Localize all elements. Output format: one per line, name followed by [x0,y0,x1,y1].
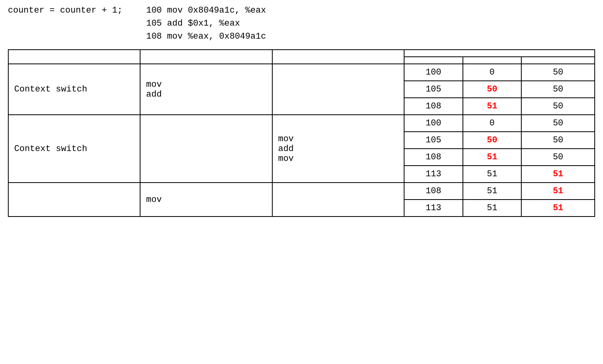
os-cell-1: Context switch [8,115,140,183]
asm-line-1: 100 mov 0x8049a1c, %eax [146,4,266,17]
pc-value: 100 [404,64,463,81]
header-thread2 [272,50,404,64]
table-row: mov1085151 [8,183,595,200]
header-counter [521,57,595,64]
counter-value: 51 [521,166,595,183]
pc-value: 105 [404,132,463,149]
header-row-1 [8,50,595,57]
counter-value: 50 [521,81,595,98]
asm-line-3: 108 mov %eax, 0x8049a1c [146,30,266,43]
thread2-cell-1: movaddmov [272,115,404,183]
table-row: Context switchmovaddmov100050 [8,115,595,132]
pc-value: 100 [404,115,463,132]
counter-value: 50 [521,132,595,149]
top-code-area: counter = counter + 1; 100 mov 0x8049a1c… [8,4,595,43]
header-after-instruction [404,50,595,57]
eax-value: 50 [463,132,522,149]
eax-value: 51 [463,98,522,115]
table-row: Context switchmovadd100050 [8,64,595,81]
counter-value: 50 [521,149,595,166]
eax-value: 51 [463,200,522,217]
c-statement: counter = counter + 1; [8,6,122,15]
thread2-cell-0 [272,64,404,115]
c-code: counter = counter + 1; [8,4,122,43]
os-cell-2 [8,183,140,217]
counter-value: 51 [521,200,595,217]
counter-value: 51 [521,183,595,200]
eax-value: 51 [463,166,522,183]
header-os [8,50,140,64]
eax-value: 0 [463,115,522,132]
counter-value: 50 [521,115,595,132]
assembly-code: 100 mov 0x8049a1c, %eax 105 add $0x1, %e… [146,4,266,43]
pc-value: 108 [404,149,463,166]
concurrency-table: Context switchmovadd10005010550501085150… [8,49,595,217]
header-eax [463,57,522,64]
pc-value: 113 [404,166,463,183]
asm-line-2: 105 add $0x1, %eax [146,17,266,30]
eax-value: 50 [463,81,522,98]
thread1-cell-0: movadd [140,64,272,115]
counter-value: 50 [521,98,595,115]
pc-value: 108 [404,98,463,115]
thread2-cell-2 [272,183,404,217]
eax-value: 0 [463,64,522,81]
pc-value: 113 [404,200,463,217]
eax-value: 51 [463,149,522,166]
header-thread1 [140,50,272,64]
pc-value: 108 [404,183,463,200]
thread1-cell-1 [140,115,272,183]
counter-value: 50 [521,64,595,81]
header-pc [404,57,463,64]
os-cell-0: Context switch [8,64,140,115]
eax-value: 51 [463,183,522,200]
pc-value: 105 [404,81,463,98]
thread1-cell-2: mov [140,183,272,217]
